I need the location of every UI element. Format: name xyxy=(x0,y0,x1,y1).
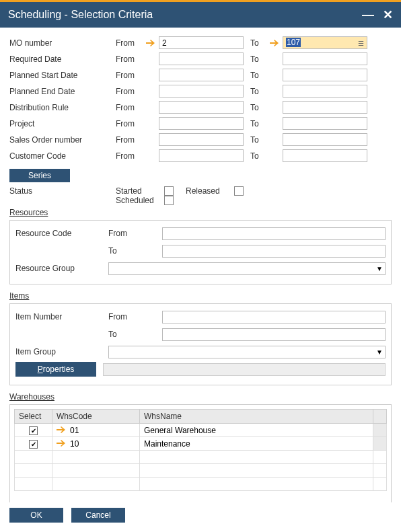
filter-label: Distribution Rule xyxy=(9,103,116,112)
whscode-cell xyxy=(52,451,140,464)
whsname-cell xyxy=(140,464,373,478)
item-from-input[interactable] xyxy=(162,311,386,324)
row-checkbox[interactable] xyxy=(29,426,38,435)
item-group-combo[interactable]: ▼ xyxy=(108,346,386,358)
resource-to-input[interactable] xyxy=(162,245,386,258)
whsname-cell: General Warehouse xyxy=(140,424,373,437)
to-label: To xyxy=(250,71,266,80)
resource-to-label: To xyxy=(108,246,162,256)
from-input[interactable] xyxy=(159,149,244,162)
table-row xyxy=(15,478,387,491)
to-input[interactable] xyxy=(283,52,367,65)
filter-label: Sales Order number xyxy=(9,135,116,145)
started-checkbox[interactable] xyxy=(164,186,174,196)
resource-from-input[interactable] xyxy=(162,227,386,240)
to-input[interactable] xyxy=(283,117,367,130)
col-whscode: WhsCode xyxy=(52,410,140,424)
filter-label: Planned Start Date xyxy=(9,71,116,80)
to-input[interactable] xyxy=(283,85,367,98)
titlebar: Scheduling - Selection Criteria — ✕ xyxy=(0,2,401,28)
filter-label: Project xyxy=(9,119,116,128)
resource-group-label: Resource Group xyxy=(15,264,108,273)
whsname-cell: Maintenance xyxy=(140,437,373,451)
item-to-label: To xyxy=(108,330,162,339)
filter-row: Distribution RuleFromTo xyxy=(9,100,392,114)
to-label: To xyxy=(250,151,266,161)
filter-row: Planned End DateFromTo xyxy=(9,84,392,98)
to-input[interactable] xyxy=(283,101,367,114)
status-label: Status xyxy=(9,186,116,196)
table-row: 10Maintenance xyxy=(15,437,387,451)
to-label: To xyxy=(250,87,266,96)
whscode-cell xyxy=(52,478,140,491)
from-label: From xyxy=(116,151,143,161)
scheduled-checkbox[interactable] xyxy=(164,196,174,205)
to-input[interactable] xyxy=(283,149,367,162)
select-cell xyxy=(15,451,52,464)
items-header: Items xyxy=(9,291,392,301)
warehouses-header: Warehouses xyxy=(9,392,392,402)
to-label: To xyxy=(250,119,266,128)
warehouses-table: Select WhsCode WhsName 01General Warehou… xyxy=(14,409,387,491)
to-input[interactable] xyxy=(283,69,367,81)
from-input[interactable] xyxy=(159,52,244,65)
properties-display xyxy=(103,363,386,376)
from-input[interactable] xyxy=(159,133,244,146)
resource-code-label: Resource Code xyxy=(15,229,108,238)
col-whsname: WhsName xyxy=(140,410,373,424)
to-label: To xyxy=(250,135,266,145)
to-label: To xyxy=(250,54,266,64)
from-input[interactable] xyxy=(159,69,244,81)
filter-row: ProjectFromTo xyxy=(9,116,392,130)
select-cell xyxy=(15,464,52,478)
from-label: From xyxy=(116,119,143,128)
link-arrow-icon[interactable] xyxy=(143,40,159,46)
select-cell[interactable] xyxy=(15,424,52,437)
whsname-cell xyxy=(140,451,373,464)
item-group-label: Item Group xyxy=(15,347,108,356)
from-label: From xyxy=(116,87,143,96)
link-arrow-icon[interactable] xyxy=(266,40,283,46)
close-icon[interactable]: ✕ xyxy=(383,7,393,22)
item-from-label: From xyxy=(108,312,162,321)
filter-label: Planned End Date xyxy=(9,87,116,96)
filter-row: Sales Order numberFromTo xyxy=(9,132,392,147)
from-input[interactable] xyxy=(159,85,244,98)
whscode-cell: 01 xyxy=(52,424,140,437)
to-input[interactable]: 107☰ xyxy=(283,36,367,49)
select-cell[interactable] xyxy=(15,437,52,451)
cancel-button[interactable]: Cancel xyxy=(71,508,125,523)
item-number-label: Item Number xyxy=(15,312,108,321)
from-label: From xyxy=(116,54,143,64)
resource-from-label: From xyxy=(108,229,162,238)
series-button[interactable]: Series xyxy=(9,169,70,182)
filter-label: MO number xyxy=(9,38,116,48)
window-title: Scheduling - Selection Criteria xyxy=(8,9,153,21)
row-checkbox[interactable] xyxy=(29,440,38,449)
minimize-icon[interactable]: — xyxy=(362,8,373,22)
items-panel: Item Number From To Item Group ▼ Propert… xyxy=(9,303,392,385)
filter-label: Customer Code xyxy=(9,151,116,161)
resource-group-combo[interactable]: ▼ xyxy=(108,262,386,275)
from-input[interactable] xyxy=(159,101,244,114)
whscode-cell xyxy=(52,464,140,478)
released-label: Released xyxy=(186,186,230,196)
whscode-cell: 10 xyxy=(52,437,140,451)
properties-button[interactable]: Properties xyxy=(15,362,96,377)
to-input[interactable] xyxy=(283,133,367,146)
table-row: 01General Warehouse xyxy=(15,424,387,437)
from-input[interactable] xyxy=(159,36,244,49)
resources-header: Resources xyxy=(9,208,392,217)
to-label: To xyxy=(250,38,266,48)
filter-row: Planned Start DateFromTo xyxy=(9,68,392,82)
from-input[interactable] xyxy=(159,117,244,130)
item-to-input[interactable] xyxy=(162,328,386,341)
choose-from-list-icon[interactable]: ☰ xyxy=(355,38,366,48)
link-arrow-icon[interactable] xyxy=(57,426,66,435)
resources-panel: Resource Code From To Resource Group ▼ xyxy=(9,220,392,284)
select-cell xyxy=(15,478,52,491)
table-row xyxy=(15,451,387,464)
link-arrow-icon[interactable] xyxy=(57,439,66,449)
released-checkbox[interactable] xyxy=(234,186,244,196)
ok-button[interactable]: OK xyxy=(9,508,63,523)
